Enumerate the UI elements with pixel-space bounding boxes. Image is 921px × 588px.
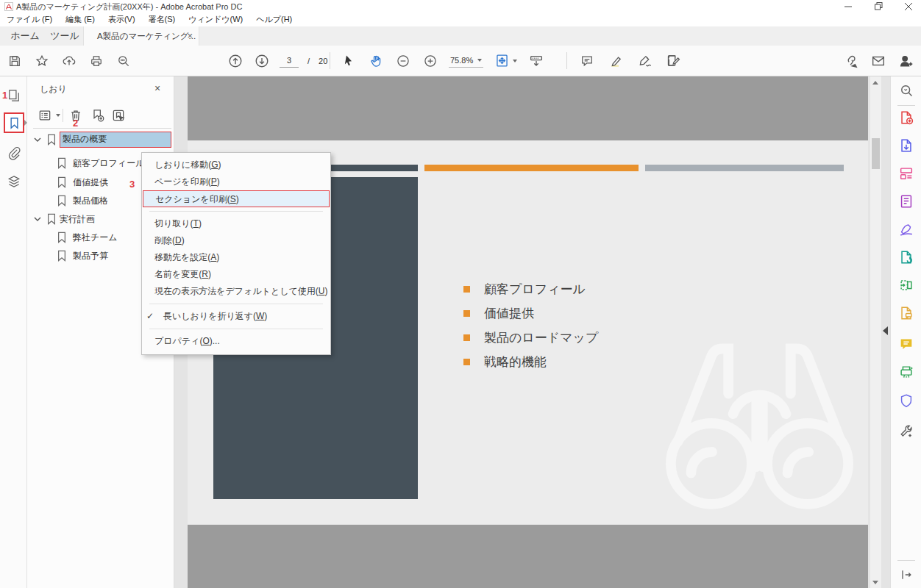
- star-icon[interactable]: [33, 52, 51, 70]
- create-pdf-icon[interactable]: [897, 109, 915, 126]
- menu-separator: [149, 211, 323, 212]
- panel-close-icon[interactable]: ×: [151, 82, 164, 95]
- tab-close-icon[interactable]: ×: [187, 26, 193, 46]
- collapse-right-panel-icon[interactable]: [883, 326, 888, 335]
- layers-icon[interactable]: [5, 173, 23, 190]
- checkmark-icon: ✓: [146, 308, 154, 325]
- email-icon[interactable]: [870, 52, 887, 70]
- organize-pages-icon[interactable]: [897, 165, 915, 182]
- fill-and-sign-icon[interactable]: [897, 220, 915, 238]
- menu-view[interactable]: 表示(V): [102, 14, 142, 25]
- vertical-scrollbar[interactable]: [870, 76, 881, 588]
- bookmark-label[interactable]: 価値提供: [73, 176, 108, 189]
- bullet-square-icon: [463, 286, 470, 293]
- more-tools-icon[interactable]: [897, 423, 915, 440]
- next-page-icon[interactable]: [253, 52, 271, 70]
- search-icon[interactable]: [115, 52, 132, 70]
- share-upload-icon[interactable]: [60, 52, 78, 70]
- panel-toolbar-separator: [63, 109, 63, 122]
- menu-sign[interactable]: 署名(S): [142, 14, 182, 25]
- bookmark-options-button[interactable]: [38, 106, 60, 125]
- crop-pages-icon[interactable]: [897, 276, 915, 294]
- bookmark-label[interactable]: 弊社チーム: [73, 232, 118, 244]
- comment-tool-icon[interactable]: [578, 52, 596, 70]
- zoom-level-value: 75.8%: [450, 56, 473, 65]
- menu-item-cut[interactable]: 切り取り(T): [142, 215, 330, 232]
- attachments-icon[interactable]: [5, 144, 23, 162]
- menu-file[interactable]: ファイル (F): [0, 14, 59, 25]
- chevron-expanded-icon[interactable]: [33, 216, 42, 222]
- hand-tool-icon[interactable]: [367, 52, 385, 70]
- previous-page-icon[interactable]: [227, 52, 244, 70]
- tab-document[interactable]: A製品のマーケティング... ×: [83, 26, 199, 46]
- zoom-level-dropdown[interactable]: 75.8%: [449, 54, 483, 68]
- main-toolbar: 3 / 20 75.8%: [0, 46, 921, 76]
- fit-page-dropdown[interactable]: [493, 52, 518, 70]
- expand-current-bookmark-icon[interactable]: [111, 106, 126, 125]
- menu-help[interactable]: ヘルプ(H): [249, 14, 299, 25]
- menu-item-print-sections[interactable]: セクションを印刷(S): [143, 190, 330, 207]
- page-number-input[interactable]: 3: [280, 54, 299, 68]
- add-user-icon[interactable]: [897, 52, 915, 70]
- menu-item-properties[interactable]: プロパティ(O)...: [142, 333, 330, 350]
- list-item: 顧客プロフィール: [463, 277, 598, 301]
- expand-tools-panel-icon[interactable]: [897, 566, 915, 584]
- menu-item-go-to-bookmark[interactable]: しおりに移動(G): [142, 157, 330, 173]
- menu-item-use-current-view[interactable]: 現在の表示方法をデフォルトとして使用(U): [142, 283, 330, 300]
- bookmark-label[interactable]: 実行計画: [60, 213, 95, 226]
- bookmark-row[interactable]: 価値提供: [57, 175, 108, 190]
- menu-item-set-destination[interactable]: 移動先を設定(A): [142, 249, 330, 266]
- protect-icon[interactable]: [897, 392, 915, 409]
- scroll-up-icon[interactable]: [872, 81, 878, 85]
- search-tools-icon[interactable]: [897, 82, 915, 99]
- menu-item-delete[interactable]: 削除(D): [142, 232, 330, 249]
- export-pdf-icon[interactable]: [897, 137, 915, 154]
- bookmark-row[interactable]: 顧客プロフィール: [57, 156, 144, 171]
- page-thumbnails-icon[interactable]: [5, 87, 23, 104]
- menu-item-print-pages[interactable]: ページを印刷(P): [142, 173, 330, 190]
- chevron-expanded-icon[interactable]: [33, 137, 42, 143]
- menu-item-wrap-long-bookmarks[interactable]: ✓長いしおりを折り返す(W): [142, 308, 330, 325]
- annotation-step-2: 2: [73, 118, 78, 129]
- bullet-square-icon: [463, 310, 470, 317]
- select-tool-icon[interactable]: [340, 52, 358, 70]
- bookmark-row-product-overview[interactable]: 製品の概要: [33, 132, 171, 147]
- bookmark-label[interactable]: 製品予算: [73, 250, 108, 262]
- tab-home[interactable]: ホーム: [6, 26, 44, 46]
- bookmarks-panel-icon[interactable]: [5, 114, 23, 132]
- request-signatures-icon[interactable]: [897, 304, 915, 322]
- send-for-review-icon[interactable]: [897, 248, 915, 266]
- restore-button[interactable]: [867, 0, 889, 12]
- bookmark-label[interactable]: 顧客プロフィール: [73, 157, 144, 170]
- menu-separator: [149, 304, 323, 304]
- scrollbar-thumb[interactable]: [872, 138, 880, 169]
- bookmark-row[interactable]: 製品価格: [57, 193, 108, 208]
- close-button[interactable]: [897, 0, 920, 12]
- print-icon[interactable]: [88, 52, 105, 70]
- bookmark-row[interactable]: 弊社チーム: [57, 230, 118, 245]
- menu-edit[interactable]: 編集 (E): [59, 14, 102, 25]
- bookmark-row-execution-plan[interactable]: 実行計画: [33, 212, 95, 226]
- fill-sign-doc-icon[interactable]: [664, 52, 682, 70]
- scan-and-ocr-icon[interactable]: [897, 363, 915, 381]
- menu-window[interactable]: ウィンドウ(W): [182, 14, 249, 25]
- bookmark-label[interactable]: 製品価格: [73, 195, 108, 207]
- share-link-icon[interactable]: [842, 52, 859, 70]
- sign-pen-icon[interactable]: [636, 52, 653, 70]
- save-icon[interactable]: [6, 52, 24, 70]
- panel-divider: [33, 128, 171, 129]
- new-bookmark-icon[interactable]: [90, 106, 105, 125]
- minimize-button[interactable]: [837, 0, 859, 12]
- bookmark-label-selected[interactable]: 製品の概要: [60, 132, 171, 148]
- tab-tools[interactable]: ツール: [46, 26, 84, 46]
- comment-icon[interactable]: [897, 335, 915, 353]
- edit-pdf-icon[interactable]: [897, 193, 915, 210]
- zoom-out-icon[interactable]: [394, 52, 412, 70]
- highlighter-tool-icon[interactable]: [607, 52, 625, 70]
- bookmark-row[interactable]: 製品予算: [57, 248, 108, 263]
- window-title: A製品のマーケティング計画(20XX年) - Adobe Acrobat Pro…: [16, 1, 242, 12]
- zoom-in-icon[interactable]: [422, 52, 439, 70]
- menu-item-rename[interactable]: 名前を変更(R): [142, 266, 330, 283]
- scrolling-mode-icon[interactable]: [527, 52, 545, 70]
- scroll-down-icon[interactable]: [872, 581, 878, 584]
